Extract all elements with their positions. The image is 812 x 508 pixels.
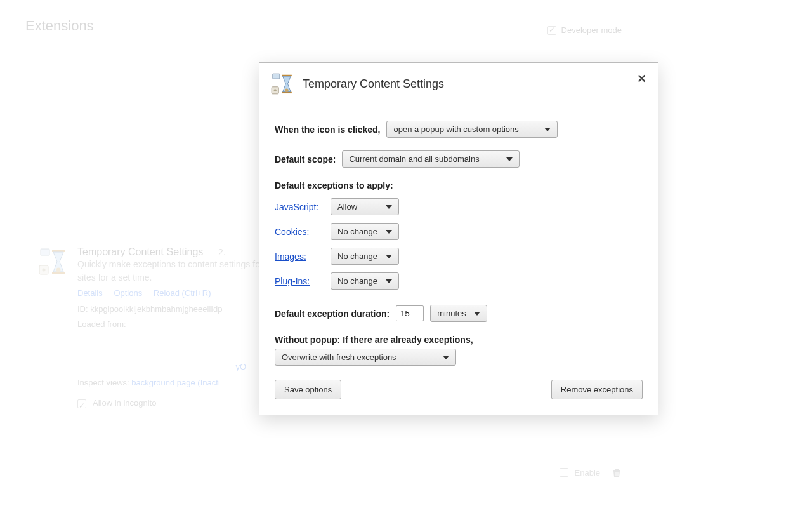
hourglass-icon: [270, 72, 294, 96]
javascript-link[interactable]: JavaScript:: [275, 202, 324, 212]
svg-rect-7: [617, 472, 617, 476]
when-clicked-label: When the icon is clicked,: [275, 124, 380, 135]
plugins-select[interactable]: No change: [331, 272, 399, 290]
chevron-down-icon: [386, 205, 392, 209]
remove-exceptions-button[interactable]: Remove exceptions: [551, 380, 643, 399]
extension-name: Temporary Content Settings: [77, 246, 203, 257]
chevron-down-icon: [443, 356, 449, 359]
extension-id-label: ID:: [77, 304, 88, 314]
enable-toggle[interactable]: Enable: [560, 468, 600, 478]
svg-point-11: [274, 89, 277, 91]
settings-dialog: Temporary Content Settings ✕ When the ic…: [259, 62, 658, 415]
trash-icon[interactable]: [612, 467, 622, 478]
svg-rect-8: [618, 472, 619, 476]
chevron-down-icon: [386, 230, 392, 234]
options-link[interactable]: Options: [114, 288, 142, 298]
extension-version: 2.: [218, 247, 226, 257]
without-popup-label: Without popup: If there are already exce…: [275, 335, 473, 345]
svg-point-14: [285, 89, 289, 93]
images-select[interactable]: No change: [331, 248, 399, 265]
svg-point-2: [43, 269, 46, 272]
enable-label: Enable: [575, 468, 600, 478]
checkbox-icon: [77, 399, 86, 408]
dialog-title: Temporary Content Settings: [303, 77, 444, 91]
close-icon[interactable]: ✕: [637, 72, 646, 86]
details-link[interactable]: Details: [77, 288, 103, 298]
chevron-down-icon: [386, 255, 392, 258]
plugins-value: No change: [337, 276, 377, 286]
page-title: Extensions: [25, 18, 94, 34]
extension-id-value: kkpglpooikkijekbhmbahmjgheeeiiIdp: [90, 304, 222, 314]
duration-unit-value: minutes: [437, 309, 466, 318]
cookies-value: No change: [337, 227, 377, 236]
save-options-button[interactable]: Save options: [275, 380, 341, 399]
chevron-down-icon: [506, 157, 513, 161]
checkbox-icon: [547, 26, 556, 35]
chevron-down-icon: [544, 128, 551, 131]
developer-mode-toggle[interactable]: Developer mode: [547, 25, 622, 35]
duration-unit-select[interactable]: minutes: [430, 305, 487, 322]
plugins-link[interactable]: Plug-Ins:: [275, 276, 324, 286]
reload-link[interactable]: Reload (Ctrl+R): [154, 288, 211, 298]
images-value: No change: [337, 251, 377, 261]
svg-rect-6: [615, 472, 616, 476]
without-popup-select[interactable]: Overwrite with fresh exceptions: [275, 349, 456, 366]
javascript-select[interactable]: Allow: [331, 198, 399, 215]
when-clicked-value: open a popup with custom options: [393, 124, 518, 134]
default-exceptions-header: Default exceptions to apply:: [275, 180, 393, 190]
default-scope-label: Default scope:: [275, 154, 336, 164]
cookies-select[interactable]: No change: [331, 223, 399, 240]
allow-incognito-label: Allow in incognito: [93, 396, 156, 411]
inspect-views-value[interactable]: background page (Inacti: [131, 378, 219, 387]
duration-label: Default exception duration:: [275, 309, 390, 319]
default-scope-select[interactable]: Current domain and all subdomains: [342, 150, 520, 168]
without-popup-value: Overwrite with fresh exceptions: [282, 352, 396, 362]
inspect-views-label: Inspect views:: [77, 378, 129, 387]
default-scope-value: Current domain and all subdomains: [349, 154, 479, 164]
chevron-down-icon: [386, 279, 392, 283]
javascript-value: Allow: [337, 202, 357, 211]
svg-rect-9: [273, 74, 280, 79]
cookies-link[interactable]: Cookies:: [275, 227, 324, 237]
duration-input[interactable]: [396, 305, 424, 321]
developer-mode-label: Developer mode: [561, 25, 622, 35]
chevron-down-icon: [474, 312, 480, 316]
svg-rect-0: [41, 249, 49, 255]
checkbox-icon: [560, 468, 568, 477]
images-link[interactable]: Images:: [275, 251, 324, 262]
when-clicked-select[interactable]: open a popup with custom options: [386, 121, 558, 138]
svg-point-5: [56, 268, 61, 272]
hourglass-icon: [37, 246, 67, 277]
